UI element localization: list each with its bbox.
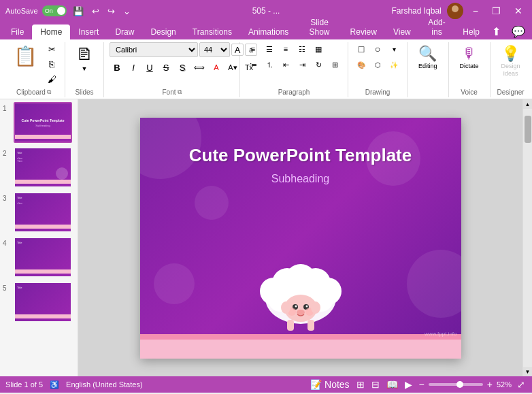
shape-fill-button[interactable]: 🎨 bbox=[354, 58, 369, 71]
autosave-label: AutoSave bbox=[5, 7, 38, 15]
slide-thumb-item-2: 2 Title • Item • Item bbox=[3, 147, 75, 188]
tab-help[interactable]: Help bbox=[454, 24, 488, 39]
paragraph-group: ≡ ☰ ≡ ☷ ▦ ≔ ⒈ ⇤ ⇥ ↻ ⊞ Paragraph bbox=[240, 42, 348, 97]
clipboard-expand-icon[interactable]: ⧉ bbox=[47, 88, 51, 96]
accessibility-button[interactable]: ♿ bbox=[48, 379, 61, 391]
normal-view-button[interactable]: ⊞ bbox=[355, 378, 366, 391]
scroll-up-button[interactable]: ▲ bbox=[523, 99, 533, 109]
slide-num-3: 3 bbox=[3, 195, 11, 202]
restore-button[interactable]: ❐ bbox=[488, 4, 505, 18]
language-indicator: English (United States) bbox=[66, 380, 143, 389]
shadow-button[interactable]: S bbox=[175, 61, 190, 74]
slideshow-button[interactable]: ▶ bbox=[403, 378, 414, 391]
align-center-button[interactable]: ☰ bbox=[262, 42, 277, 56]
columns-button[interactable]: ▦ bbox=[311, 42, 326, 56]
close-button[interactable]: ✕ bbox=[510, 4, 527, 18]
dictate-button[interactable]: 🎙 Dictate bbox=[454, 42, 484, 72]
shape-oval-button[interactable]: ○ bbox=[370, 42, 385, 56]
minimize-button[interactable]: − bbox=[469, 4, 482, 18]
find-icon: 🔍 bbox=[418, 45, 437, 63]
shape-effects-button[interactable]: ✨ bbox=[386, 58, 401, 71]
format-painter-button[interactable]: 🖌 bbox=[44, 72, 59, 86]
tab-animations[interactable]: Animations bbox=[240, 24, 297, 39]
scroll-thumb[interactable] bbox=[525, 116, 531, 143]
slide-info: Slide 1 of 5 bbox=[5, 380, 43, 389]
tab-addins[interactable]: Add-ins bbox=[419, 15, 455, 39]
zoom-slider[interactable] bbox=[429, 383, 483, 386]
align-left-button[interactable]: ≡ bbox=[246, 42, 261, 56]
slide-thumb-1[interactable]: Cute PowerPoint Template Subheading bbox=[14, 102, 72, 143]
zoom-in-button[interactable]: + bbox=[486, 378, 494, 391]
strikethrough-button[interactable]: S bbox=[159, 61, 173, 74]
slide-sorter-button[interactable]: ⊟ bbox=[370, 378, 381, 391]
designer-group-content: 💡 DesignIdeas bbox=[496, 42, 526, 86]
bullets-button[interactable]: ≔ bbox=[246, 58, 261, 71]
scroll-down-button[interactable]: ▼ bbox=[523, 367, 533, 376]
shape-outline-button[interactable]: ⬡ bbox=[370, 58, 385, 71]
save-button[interactable]: 💾 bbox=[71, 5, 86, 18]
shape-rect-button[interactable]: □ bbox=[354, 42, 369, 56]
tab-draw[interactable]: Draw bbox=[107, 24, 142, 39]
font-name-select[interactable]: Calibri bbox=[110, 42, 198, 57]
underline-button[interactable]: U bbox=[142, 61, 157, 74]
copy-button[interactable]: ⎘ bbox=[44, 57, 59, 71]
shapes-more-button[interactable]: ▾ bbox=[386, 42, 401, 56]
notes-button[interactable]: 📝 Notes bbox=[309, 378, 350, 391]
find-button[interactable]: 🔍 Editing bbox=[413, 42, 443, 72]
cut-button[interactable]: ✂ bbox=[44, 42, 59, 56]
reading-view-button[interactable]: 📖 bbox=[385, 378, 399, 391]
indent-increase-button[interactable]: ⇥ bbox=[295, 58, 310, 71]
zoom-out-button[interactable]: − bbox=[418, 378, 426, 391]
sheep-illustration bbox=[253, 257, 348, 334]
tab-design[interactable]: Design bbox=[142, 24, 184, 39]
convert-to-smartart-button[interactable]: ⊞ bbox=[327, 58, 342, 71]
italic-button[interactable]: I bbox=[126, 61, 141, 74]
design-ideas-button[interactable]: 💡 DesignIdeas bbox=[496, 42, 526, 80]
drawing-label: Drawing bbox=[354, 87, 401, 97]
comments-button[interactable]: 💬 bbox=[508, 24, 529, 39]
slide-thumb-5[interactable]: Title bbox=[14, 282, 72, 323]
numbering-button[interactable]: ⒈ bbox=[262, 58, 277, 71]
slide-thumb-4[interactable]: Title bbox=[14, 237, 72, 278]
tab-home[interactable]: Home bbox=[32, 24, 70, 39]
slide-thumb-2[interactable]: Title • Item • Item bbox=[14, 147, 72, 188]
bold-button[interactable]: B bbox=[110, 61, 124, 74]
align-right-button[interactable]: ≡ bbox=[278, 42, 293, 56]
slides-group-content: 🖹 ▼ bbox=[71, 42, 98, 86]
paragraph-label: Paragraph bbox=[246, 87, 342, 97]
font-expand-icon[interactable]: ⧉ bbox=[178, 88, 182, 96]
ribbon: 📋 ✂ ⎘ 🖌 Clipboard ⧉ 🖹 ▼ Slides bbox=[0, 39, 532, 99]
voice-label: Voice bbox=[454, 87, 484, 97]
paragraph-group-content: ≡ ☰ ≡ ☷ ▦ ≔ ⒈ ⇤ ⇥ ↻ ⊞ bbox=[246, 42, 342, 86]
justify-button[interactable]: ☷ bbox=[295, 42, 310, 56]
tab-insert[interactable]: Insert bbox=[70, 24, 107, 39]
char-spacing-button[interactable]: ⟺ bbox=[191, 61, 207, 74]
tab-view[interactable]: View bbox=[385, 24, 419, 39]
redo-button[interactable]: ↪ bbox=[105, 5, 117, 18]
slide-thumb-item-5: 5 Title bbox=[3, 282, 75, 323]
font-color-button[interactable]: A bbox=[209, 61, 224, 74]
font-label: Font ⧉ bbox=[110, 87, 234, 97]
text-direction-button[interactable]: ↻ bbox=[311, 58, 326, 71]
paste-button[interactable]: 📋 bbox=[8, 42, 43, 71]
indent-decrease-button[interactable]: ⇤ bbox=[278, 58, 293, 71]
tab-transitions[interactable]: Transitions bbox=[184, 24, 240, 39]
main-area: 1 Cute PowerPoint Template Subheading 2 … bbox=[0, 99, 532, 376]
tab-review[interactable]: Review bbox=[342, 24, 385, 39]
slide-canvas[interactable]: Cute PowerPoint Template Subheading bbox=[140, 118, 461, 359]
font-size-select[interactable]: 44 bbox=[199, 42, 230, 57]
share-button[interactable]: ⬆ bbox=[488, 24, 505, 39]
vertical-scrollbar: ▲ ▼ bbox=[522, 99, 532, 376]
quickaccess-more-button[interactable]: ⌄ bbox=[121, 5, 133, 18]
fit-slide-button[interactable]: ⤢ bbox=[516, 378, 527, 391]
autosave-knob bbox=[57, 7, 65, 15]
new-slide-button[interactable]: 🖹 ▼ bbox=[71, 42, 98, 75]
slide-thumb-3[interactable]: Title • Item bbox=[14, 192, 72, 233]
highlight-color-button[interactable]: A▾ bbox=[225, 61, 240, 74]
tab-file[interactable]: File bbox=[3, 24, 32, 39]
editing-label bbox=[413, 95, 443, 97]
autosave-toggle[interactable]: On bbox=[42, 5, 67, 16]
ribbon-tabs: File Home Insert Draw Design Transitions… bbox=[0, 22, 532, 39]
tab-slideshow[interactable]: Slide Show bbox=[297, 15, 342, 39]
undo-button[interactable]: ↩ bbox=[90, 5, 101, 18]
